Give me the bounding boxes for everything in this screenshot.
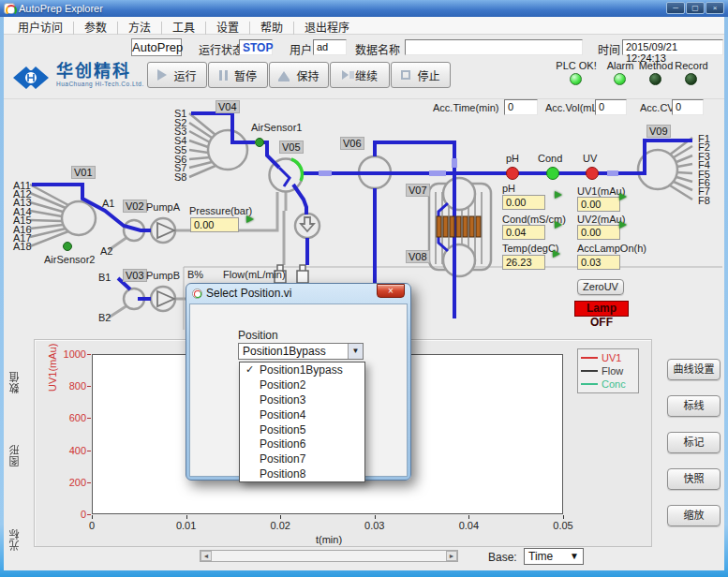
control-button-hold[interactable]: 保持 xyxy=(269,62,329,88)
valve-tag-v04[interactable]: V04 xyxy=(215,100,240,113)
scroll-right-icon[interactable]: ► xyxy=(446,551,457,561)
position-option-label: Position4 xyxy=(260,408,305,422)
position-option-8[interactable]: Position8 xyxy=(240,466,364,481)
led-method xyxy=(649,73,661,85)
data-name-label: 数据名称 xyxy=(355,41,400,57)
airsensor1-led xyxy=(256,139,264,147)
dialog-body: Position Position1Bypass ▼ ✓Position1Byp… xyxy=(189,303,408,477)
legend-entry: UV1 xyxy=(581,351,635,364)
control-button-pause[interactable]: 暂停 xyxy=(208,62,268,88)
position-option-label: Position8 xyxy=(260,467,305,481)
minimize-button[interactable]: ─ xyxy=(666,2,685,14)
control-button-play[interactable]: 运行 xyxy=(147,62,207,88)
legend-entry: Conc xyxy=(581,377,635,391)
waste-bottles xyxy=(275,265,308,283)
app-window: AutoPrep Explorer ─ ▢ × 用户访问参数方法工具设置帮助退出… xyxy=(0,0,728,577)
chevron-down-icon[interactable]: ▼ xyxy=(348,344,363,359)
maximize-button[interactable]: ▢ xyxy=(686,2,705,14)
brand-name: 华创精科 xyxy=(56,62,144,81)
position-label: Position xyxy=(238,329,278,342)
panel-button-2[interactable]: 标线 xyxy=(667,395,721,417)
user-input[interactable]: ad xyxy=(313,39,347,55)
base-dropdown[interactable]: Time ▼ xyxy=(524,548,584,565)
run-status-value: STOP xyxy=(239,39,273,55)
zero-uv-button[interactable]: ZeroUV xyxy=(577,279,624,295)
valve-v04[interactable] xyxy=(208,130,247,170)
valve-tag-v01[interactable]: V01 xyxy=(71,166,96,179)
panel-button-3[interactable]: 标记 xyxy=(667,432,721,453)
title-bar[interactable]: AutoPrep Explorer ─ ▢ × xyxy=(0,0,728,17)
position-option-4[interactable]: Position4 xyxy=(240,407,364,422)
position-option-7[interactable]: Position7 xyxy=(240,451,364,466)
position-option-3[interactable]: Position3 xyxy=(240,392,364,407)
play-icon xyxy=(157,69,167,81)
airsensor2-led xyxy=(64,243,72,251)
menu-item-2[interactable]: 参数 xyxy=(74,22,118,35)
valve-tag-v09[interactable]: V09 xyxy=(646,125,671,138)
menu-item-4[interactable]: 工具 xyxy=(162,22,206,35)
position-option-label: Position3 xyxy=(260,393,305,407)
position-option-6[interactable]: Position6 xyxy=(240,436,364,451)
brand-logo xyxy=(11,62,51,94)
autoprep-button[interactable]: AutoPrep xyxy=(131,38,182,56)
valve-tag-v03[interactable]: V03 xyxy=(123,269,147,282)
position-option-1[interactable]: ✓Position1Bypass xyxy=(240,362,364,377)
position-dropdown-value: Position1Bypass xyxy=(243,345,326,358)
led-label: PLC OK! xyxy=(546,60,606,71)
menu-item-6[interactable]: 帮助 xyxy=(250,22,294,35)
control-button-label: 保持 xyxy=(296,67,319,83)
menu-item-1[interactable]: 用户访问 xyxy=(7,22,74,35)
control-button-continue[interactable]: 继续 xyxy=(330,62,390,88)
valve-tag-v02[interactable]: V02 xyxy=(123,200,147,213)
valve-v01[interactable] xyxy=(62,201,96,235)
side-tab-3[interactable]: 光标 xyxy=(7,528,22,551)
pump-a-symbol xyxy=(151,218,175,243)
base-dropdown-value: Time xyxy=(528,550,553,563)
toolbar: AutoPrep 运行状态 STOP 用户 ad 数据名称 时间 2015/09… xyxy=(4,35,724,59)
panel-button-5[interactable]: 缩放 xyxy=(667,505,721,526)
time-label: 时间 xyxy=(598,41,620,57)
brand-subtitle: HuaChuang Hi-Tech.Co.Ltd. xyxy=(56,81,144,87)
side-tab-1[interactable]: 数值 xyxy=(7,371,22,393)
continue-icon xyxy=(342,70,349,80)
position-option-label: Position6 xyxy=(260,437,305,451)
cond-sensor-dot xyxy=(547,168,559,180)
chart-h-scrollbar[interactable]: ◄ ► xyxy=(200,550,458,562)
base-label: Base: xyxy=(488,551,517,564)
menu-item-3[interactable]: 方法 xyxy=(118,22,162,35)
client-area: 用户访问参数方法工具设置帮助退出程序 AutoPrep 运行状态 STOP 用户… xyxy=(4,17,724,570)
dialog-close-button[interactable]: × xyxy=(377,284,405,298)
chevron-down-icon: ▼ xyxy=(570,551,579,561)
valve-tag-v07[interactable]: V07 xyxy=(406,184,430,197)
position-option-label: Position2 xyxy=(260,378,305,392)
position-dropdown[interactable]: Position1Bypass ▼ xyxy=(238,343,364,360)
control-button-stop[interactable]: 停止 xyxy=(391,62,451,88)
lamp-off-button[interactable]: Lamp OFF xyxy=(574,301,629,317)
position-option-2[interactable]: Position2 xyxy=(240,377,364,392)
scroll-left-icon[interactable]: ◄ xyxy=(201,551,212,561)
pump-b-symbol xyxy=(151,287,175,311)
pause-icon xyxy=(219,70,228,81)
valve-tag-v05[interactable]: V05 xyxy=(279,141,304,154)
close-button[interactable]: × xyxy=(706,2,724,14)
position-option-5[interactable]: Position5 xyxy=(240,422,364,437)
data-name-input[interactable] xyxy=(405,39,583,55)
uv-sensor-dot xyxy=(587,168,599,180)
select-position-dialog: Select Position.vi × Position Position1B… xyxy=(186,283,411,481)
valve-tag-v08[interactable]: V08 xyxy=(406,250,430,263)
menu-item-5[interactable]: 设置 xyxy=(206,22,250,35)
position-option-label: Position7 xyxy=(260,452,305,466)
control-button-label: 继续 xyxy=(355,67,378,83)
time-value: 2015/09/21 12:24:13 xyxy=(622,39,723,55)
valve-tag-v06[interactable]: V06 xyxy=(340,137,364,150)
side-tab-2[interactable]: 图形 xyxy=(7,444,22,466)
menu-item-7[interactable]: 退出程序 xyxy=(294,22,360,35)
panel-button-1[interactable]: 曲线设置 xyxy=(667,359,721,380)
led-plcok xyxy=(570,73,582,85)
panel-button-4[interactable]: 快照 xyxy=(667,468,721,490)
window-title: AutoPrep Explorer xyxy=(19,3,103,14)
position-option-list: ✓Position1BypassPosition2Position3Positi… xyxy=(239,362,365,482)
led-record xyxy=(685,73,697,85)
led-alarm xyxy=(614,73,626,85)
menu-bar: 用户访问参数方法工具设置帮助退出程序 xyxy=(4,17,724,35)
